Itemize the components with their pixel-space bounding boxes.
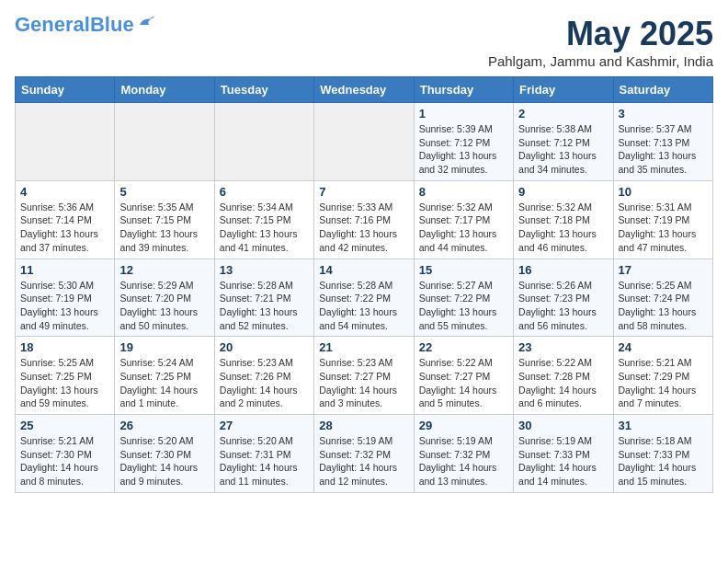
title-block: May 2025 Pahlgam, Jammu and Kashmir, Ind… [488, 15, 713, 69]
weekday-header-thursday: Thursday [414, 77, 513, 103]
logo: GeneralBlue [15, 15, 156, 35]
day-number: 26 [119, 419, 209, 432]
calendar-day-cell: 19Sunrise: 5:24 AM Sunset: 7:25 PM Dayli… [115, 337, 214, 415]
day-info: Sunrise: 5:32 AM Sunset: 7:18 PM Dayligh… [518, 201, 608, 255]
day-number: 6 [220, 185, 309, 199]
day-info: Sunrise: 5:28 AM Sunset: 7:21 PM Dayligh… [220, 279, 309, 333]
day-info: Sunrise: 5:31 AM Sunset: 7:19 PM Dayligh… [619, 201, 708, 255]
day-info: Sunrise: 5:30 AM Sunset: 7:19 PM Dayligh… [20, 279, 109, 333]
day-number: 31 [619, 419, 708, 432]
calendar-day-cell: 15Sunrise: 5:27 AM Sunset: 7:22 PM Dayli… [414, 259, 513, 337]
day-number: 12 [119, 263, 209, 277]
day-number: 9 [518, 185, 608, 199]
calendar-day-cell: 3Sunrise: 5:37 AM Sunset: 7:13 PM Daylig… [613, 103, 712, 181]
calendar-day-cell: 29Sunrise: 5:19 AM Sunset: 7:32 PM Dayli… [414, 415, 513, 493]
calendar-day-cell: 16Sunrise: 5:26 AM Sunset: 7:23 PM Dayli… [514, 259, 613, 337]
calendar-day-cell [314, 103, 414, 181]
day-number: 14 [319, 263, 408, 277]
day-info: Sunrise: 5:20 AM Sunset: 7:31 PM Dayligh… [220, 434, 309, 488]
calendar-day-cell: 22Sunrise: 5:22 AM Sunset: 7:27 PM Dayli… [414, 337, 513, 415]
day-info: Sunrise: 5:25 AM Sunset: 7:24 PM Dayligh… [619, 279, 708, 333]
day-info: Sunrise: 5:22 AM Sunset: 7:28 PM Dayligh… [518, 356, 608, 410]
calendar-day-cell: 27Sunrise: 5:20 AM Sunset: 7:31 PM Dayli… [214, 415, 313, 493]
day-info: Sunrise: 5:33 AM Sunset: 7:16 PM Dayligh… [319, 201, 408, 255]
logo-bird-icon [136, 12, 156, 32]
calendar-day-cell: 14Sunrise: 5:28 AM Sunset: 7:22 PM Dayli… [314, 259, 414, 337]
day-info: Sunrise: 5:20 AM Sunset: 7:30 PM Dayligh… [119, 434, 209, 488]
day-number: 1 [419, 107, 508, 121]
calendar-day-cell: 5Sunrise: 5:35 AM Sunset: 7:15 PM Daylig… [115, 180, 214, 259]
day-info: Sunrise: 5:26 AM Sunset: 7:23 PM Dayligh… [518, 279, 608, 333]
calendar-day-cell: 26Sunrise: 5:20 AM Sunset: 7:30 PM Dayli… [115, 415, 214, 493]
page-header: GeneralBlue May 2025 Pahlgam, Jammu and … [15, 15, 713, 69]
calendar-day-cell: 28Sunrise: 5:19 AM Sunset: 7:32 PM Dayli… [314, 415, 414, 493]
calendar-day-cell: 9Sunrise: 5:32 AM Sunset: 7:18 PM Daylig… [514, 180, 613, 259]
calendar-day-cell [214, 103, 313, 181]
calendar-day-cell: 1Sunrise: 5:39 AM Sunset: 7:12 PM Daylig… [414, 103, 513, 181]
day-info: Sunrise: 5:19 AM Sunset: 7:32 PM Dayligh… [319, 434, 408, 488]
calendar-week-row: 4Sunrise: 5:36 AM Sunset: 7:14 PM Daylig… [16, 180, 713, 259]
day-info: Sunrise: 5:39 AM Sunset: 7:12 PM Dayligh… [419, 122, 508, 177]
day-number: 28 [319, 419, 408, 432]
weekday-header-monday: Monday [115, 77, 214, 103]
day-number: 2 [518, 107, 608, 121]
day-info: Sunrise: 5:28 AM Sunset: 7:22 PM Dayligh… [319, 279, 408, 333]
day-number: 22 [419, 340, 508, 354]
day-number: 27 [220, 419, 309, 432]
day-number: 21 [319, 340, 408, 354]
calendar-day-cell: 4Sunrise: 5:36 AM Sunset: 7:14 PM Daylig… [16, 180, 115, 259]
day-info: Sunrise: 5:38 AM Sunset: 7:12 PM Dayligh… [518, 122, 608, 177]
calendar-week-row: 1Sunrise: 5:39 AM Sunset: 7:12 PM Daylig… [16, 103, 713, 181]
day-number: 23 [518, 340, 608, 354]
calendar-day-cell: 10Sunrise: 5:31 AM Sunset: 7:19 PM Dayli… [613, 180, 712, 259]
day-info: Sunrise: 5:22 AM Sunset: 7:27 PM Dayligh… [419, 356, 508, 410]
day-info: Sunrise: 5:37 AM Sunset: 7:13 PM Dayligh… [619, 122, 708, 177]
day-number: 10 [619, 185, 708, 199]
calendar-day-cell: 12Sunrise: 5:29 AM Sunset: 7:20 PM Dayli… [115, 259, 214, 337]
calendar-week-row: 25Sunrise: 5:21 AM Sunset: 7:30 PM Dayli… [16, 415, 713, 493]
day-info: Sunrise: 5:34 AM Sunset: 7:15 PM Dayligh… [220, 201, 309, 255]
calendar-day-cell: 6Sunrise: 5:34 AM Sunset: 7:15 PM Daylig… [214, 180, 313, 259]
day-info: Sunrise: 5:21 AM Sunset: 7:30 PM Dayligh… [20, 434, 109, 488]
day-info: Sunrise: 5:23 AM Sunset: 7:26 PM Dayligh… [220, 356, 309, 410]
day-number: 30 [518, 419, 608, 432]
day-number: 16 [518, 263, 608, 277]
day-number: 7 [319, 185, 408, 199]
calendar-day-cell: 18Sunrise: 5:25 AM Sunset: 7:25 PM Dayli… [16, 337, 115, 415]
logo-text: GeneralBlue [15, 15, 134, 35]
day-number: 20 [220, 340, 309, 354]
calendar-day-cell: 24Sunrise: 5:21 AM Sunset: 7:29 PM Dayli… [613, 337, 712, 415]
day-info: Sunrise: 5:32 AM Sunset: 7:17 PM Dayligh… [419, 201, 508, 255]
weekday-header-friday: Friday [514, 77, 613, 103]
day-info: Sunrise: 5:18 AM Sunset: 7:33 PM Dayligh… [619, 434, 708, 488]
day-info: Sunrise: 5:25 AM Sunset: 7:25 PM Dayligh… [20, 356, 109, 410]
day-number: 19 [119, 340, 209, 354]
day-number: 4 [20, 185, 109, 199]
calendar-day-cell: 8Sunrise: 5:32 AM Sunset: 7:17 PM Daylig… [414, 180, 513, 259]
day-number: 29 [419, 419, 508, 432]
day-number: 24 [619, 340, 708, 354]
calendar-day-cell: 17Sunrise: 5:25 AM Sunset: 7:24 PM Dayli… [613, 259, 712, 337]
day-number: 8 [419, 185, 508, 199]
day-number: 5 [119, 185, 209, 199]
calendar-body: 1Sunrise: 5:39 AM Sunset: 7:12 PM Daylig… [16, 103, 713, 493]
day-number: 13 [220, 263, 309, 277]
day-info: Sunrise: 5:29 AM Sunset: 7:20 PM Dayligh… [119, 279, 209, 333]
day-number: 15 [419, 263, 508, 277]
weekday-header-tuesday: Tuesday [214, 77, 313, 103]
month-title: May 2025 [488, 15, 713, 53]
day-info: Sunrise: 5:35 AM Sunset: 7:15 PM Dayligh… [119, 201, 209, 255]
calendar-day-cell: 2Sunrise: 5:38 AM Sunset: 7:12 PM Daylig… [514, 103, 613, 181]
day-number: 11 [20, 263, 109, 277]
day-info: Sunrise: 5:23 AM Sunset: 7:27 PM Dayligh… [319, 356, 408, 410]
weekday-header-wednesday: Wednesday [314, 77, 414, 103]
day-number: 3 [619, 107, 708, 121]
day-number: 17 [619, 263, 708, 277]
calendar-day-cell: 21Sunrise: 5:23 AM Sunset: 7:27 PM Dayli… [314, 337, 414, 415]
calendar-day-cell [16, 103, 115, 181]
calendar-day-cell: 23Sunrise: 5:22 AM Sunset: 7:28 PM Dayli… [514, 337, 613, 415]
calendar-day-cell: 25Sunrise: 5:21 AM Sunset: 7:30 PM Dayli… [16, 415, 115, 493]
calendar-week-row: 18Sunrise: 5:25 AM Sunset: 7:25 PM Dayli… [16, 337, 713, 415]
calendar-day-cell: 7Sunrise: 5:33 AM Sunset: 7:16 PM Daylig… [314, 180, 414, 259]
calendar-day-cell: 11Sunrise: 5:30 AM Sunset: 7:19 PM Dayli… [16, 259, 115, 337]
